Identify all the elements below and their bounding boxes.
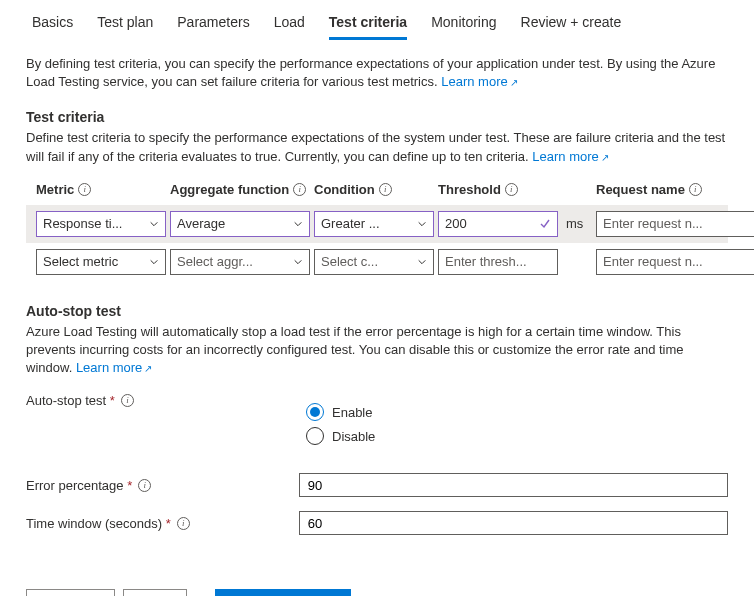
autostop-desc: Azure Load Testing will automatically st… <box>26 323 728 378</box>
tab-parameters[interactable]: Parameters <box>165 8 261 40</box>
section-desc: Define test criteria to specify the perf… <box>26 129 728 165</box>
time-window-input[interactable] <box>299 511 728 535</box>
request-name-input[interactable]: Enter request n... <box>596 211 754 237</box>
previous-button[interactable]: Previous <box>26 589 115 596</box>
condition-dropdown[interactable]: Select c... <box>314 249 434 275</box>
info-icon[interactable]: i <box>689 183 702 196</box>
metric-dropdown[interactable]: Select metric <box>36 249 166 275</box>
metric-dropdown[interactable]: Response ti... <box>36 211 166 237</box>
next-button[interactable]: Next <box>123 589 188 596</box>
tab-test-plan[interactable]: Test plan <box>85 8 165 40</box>
header-metric: Metrici <box>36 182 166 197</box>
criteria-row: Select metric Select aggr... Select c...… <box>26 243 728 281</box>
error-percentage-label: Error percentage * i <box>26 478 299 493</box>
chevron-down-icon <box>417 219 427 229</box>
chevron-down-icon <box>417 257 427 267</box>
header-request-name: Request namei <box>596 182 754 197</box>
info-icon[interactable]: i <box>379 183 392 196</box>
autostop-title: Auto-stop test <box>26 303 728 319</box>
check-icon <box>539 218 551 230</box>
chevron-down-icon <box>293 257 303 267</box>
time-window-label: Time window (seconds) * i <box>26 516 299 531</box>
autostop-label: Auto-stop test * i <box>26 393 306 408</box>
tab-basics[interactable]: Basics <box>20 8 85 40</box>
external-link-icon: ↗ <box>601 152 609 163</box>
criteria-table: Metrici Aggregate functioni Conditioni T… <box>26 182 728 281</box>
header-aggregate: Aggregate functioni <box>170 182 310 197</box>
info-icon[interactable]: i <box>177 517 190 530</box>
intro-learn-more-link[interactable]: Learn more↗ <box>441 74 517 89</box>
threshold-input[interactable]: Enter thresh... <box>438 249 558 275</box>
criteria-header-row: Metrici Aggregate functioni Conditioni T… <box>26 182 728 205</box>
external-link-icon: ↗ <box>144 363 152 374</box>
header-condition: Conditioni <box>314 182 434 197</box>
radio-icon <box>306 427 324 445</box>
info-icon[interactable]: i <box>505 183 518 196</box>
info-icon[interactable]: i <box>78 183 91 196</box>
section-desc-text: Define test criteria to specify the perf… <box>26 130 725 163</box>
chevron-down-icon <box>149 219 159 229</box>
aggregate-dropdown[interactable]: Select aggr... <box>170 249 310 275</box>
radio-enable-label: Enable <box>332 405 372 420</box>
tab-test-criteria[interactable]: Test criteria <box>317 8 419 40</box>
tab-monitoring[interactable]: Monitoring <box>419 8 508 40</box>
info-icon[interactable]: i <box>138 479 151 492</box>
autostop-learn-more-link[interactable]: Learn more↗ <box>76 360 152 375</box>
section-learn-more-link[interactable]: Learn more↗ <box>532 149 608 164</box>
chevron-down-icon <box>149 257 159 267</box>
tab-load[interactable]: Load <box>262 8 317 40</box>
threshold-input[interactable]: 200 <box>438 211 558 237</box>
request-name-input[interactable]: Enter request n... <box>596 249 754 275</box>
aggregate-dropdown[interactable]: Average <box>170 211 310 237</box>
info-icon[interactable]: i <box>121 394 134 407</box>
autostop-radio-group: Enable Disable <box>306 393 375 469</box>
footer-buttons: Previous Next Review + create <box>0 549 754 596</box>
radio-disable-label: Disable <box>332 429 375 444</box>
condition-dropdown[interactable]: Greater ... <box>314 211 434 237</box>
threshold-unit: ms <box>562 216 592 231</box>
intro-span: By defining test criteria, you can speci… <box>26 56 715 89</box>
header-threshold: Thresholdi <box>438 182 558 197</box>
tab-review-create[interactable]: Review + create <box>509 8 634 40</box>
chevron-down-icon <box>293 219 303 229</box>
criteria-row: Response ti... Average Greater ... 200 m… <box>26 205 728 243</box>
tab-bar: Basics Test plan Parameters Load Test cr… <box>0 0 754 41</box>
radio-icon <box>306 403 324 421</box>
radio-enable[interactable]: Enable <box>306 403 375 421</box>
section-title: Test criteria <box>26 109 728 125</box>
radio-disable[interactable]: Disable <box>306 427 375 445</box>
info-icon[interactable]: i <box>293 183 306 196</box>
intro-text: By defining test criteria, you can speci… <box>26 55 728 91</box>
review-create-button[interactable]: Review + create <box>215 589 351 596</box>
error-percentage-input[interactable] <box>299 473 728 497</box>
external-link-icon: ↗ <box>510 77 518 88</box>
